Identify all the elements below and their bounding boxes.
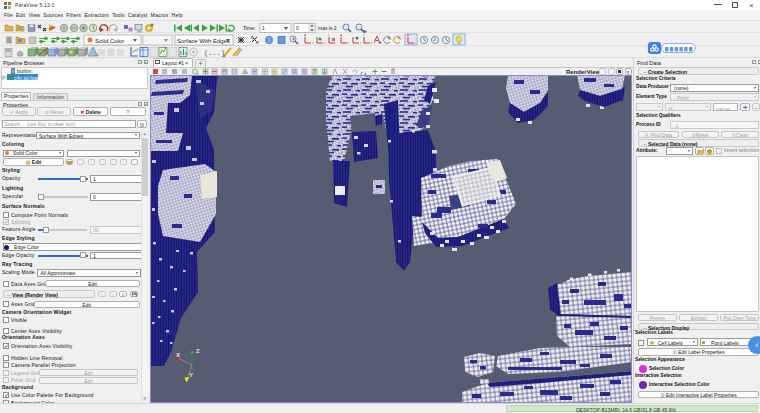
svg-text:0: 0 (296, 25, 299, 31)
svg-text:Surface With Edges: Surface With Edges (177, 38, 230, 44)
svg-text:max is 2: max is 2 (318, 25, 337, 31)
svg-text:Y: Y (189, 372, 193, 378)
svg-text:Solid Color: Solid Color (95, 38, 124, 44)
svg-text:Time:: Time: (243, 25, 255, 31)
svg-text:Z: Z (196, 348, 200, 354)
svg-text:(...): (...) (204, 49, 225, 57)
svg-text:X: X (176, 352, 180, 358)
svg-text:1: 1 (262, 25, 265, 31)
